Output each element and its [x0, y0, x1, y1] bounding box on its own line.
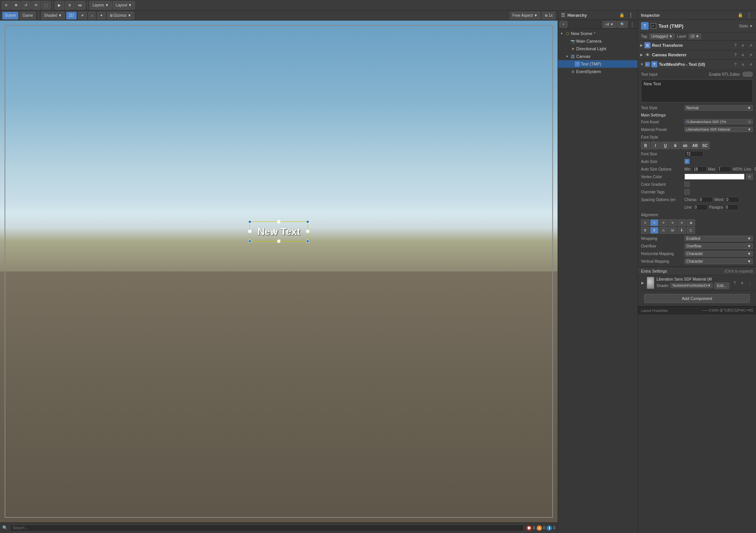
font-style-AB[interactable]: AB — [690, 142, 700, 149]
hier-maincamera-item[interactable]: 📷 Main Camera — [558, 37, 638, 45]
canvas-renderer-settings-btn[interactable]: ≡ — [740, 52, 746, 58]
align-geo-btn[interactable]: ◈ — [687, 219, 695, 226]
align-top-btn[interactable]: ⬆ — [641, 227, 649, 234]
shader-dropdown[interactable]: TextMeshPro/Mobile/Di ▼ — [670, 283, 713, 288]
tmp-help-btn[interactable]: ? — [732, 61, 738, 67]
hier-light-item[interactable]: ☀ Directional Light — [558, 45, 638, 53]
obj-enable-checkbox[interactable]: ✓ — [651, 23, 656, 29]
canvas-renderer-overflow-btn[interactable]: ↗ — [748, 52, 754, 58]
audio-btn[interactable]: ♪ — [88, 12, 96, 19]
material-help-btn[interactable]: ? — [732, 280, 738, 286]
hier-canvas-item[interactable]: ▼ 🖼 Canvas — [558, 53, 638, 60]
material-preset-dropdown[interactable]: LiberationSans SDF Material ▼ — [684, 127, 753, 132]
vertex-color-edit-btn[interactable]: ⊙ — [746, 174, 753, 180]
font-asset-dropdown[interactable]: F LiberationSans SDF (TM ⊙ — [684, 119, 753, 124]
handle-midleft[interactable] — [248, 230, 251, 233]
lights-btn[interactable]: ☀ — [78, 12, 87, 19]
auto-size-checkbox[interactable]: ✓ — [684, 159, 690, 164]
spacing-line-input[interactable] — [693, 204, 708, 210]
scale-btn[interactable]: ⊕ 1x — [542, 12, 555, 19]
tmp-settings-btn[interactable]: ≡ — [740, 61, 746, 67]
horizontal-mapping-dropdown[interactable]: Character ▼ — [684, 251, 753, 257]
canvas-renderer-help-btn[interactable]: ? — [732, 52, 738, 58]
font-style-u[interactable]: U — [661, 142, 670, 149]
align-left-btn[interactable]: ≡ — [641, 219, 649, 226]
layers-btn[interactable]: Layers ▼ — [90, 1, 112, 10]
hier-eventsystem-item[interactable]: ⚙ EventSystem — [558, 68, 638, 75]
hier-scene-item[interactable]: ▼ ⬡ New Scene * — [558, 30, 638, 37]
handle-bottomleft[interactable] — [248, 239, 251, 243]
font-style-b[interactable]: B — [641, 142, 650, 149]
canvas-renderer-header[interactable]: ▶ 👁 Canvas Renderer ? ≡ ↗ — [638, 50, 756, 59]
extra-settings-header[interactable]: Extra Settings (Click to expand) — [638, 267, 756, 275]
scene-view[interactable]: ✛ New Text — [0, 21, 558, 522]
layer-select[interactable]: UI ▼ — [689, 34, 701, 39]
align-justify-btn[interactable]: ≡ — [668, 219, 677, 226]
align-cap-btn[interactable]: C — [687, 227, 695, 234]
spacing-para-input[interactable] — [724, 204, 738, 210]
console-search-input[interactable] — [10, 525, 524, 531]
font-style-s[interactable]: S — [671, 142, 680, 149]
rect-settings-btn[interactable]: ≡ — [740, 42, 746, 48]
align-vmid-btn[interactable]: ⬆ — [650, 227, 659, 234]
handle-topcenter[interactable] — [277, 220, 280, 223]
rect-help-btn[interactable]: ? — [732, 42, 738, 48]
rect-overflow-btn[interactable]: ↗ — [748, 42, 754, 48]
align-right-btn[interactable]: ≡ — [659, 219, 668, 226]
overflow-dropdown[interactable]: Overflow ▼ — [684, 243, 753, 249]
gizmos-btn[interactable]: ⊞ Gizmos ▼ — [107, 12, 134, 19]
color-gradient-checkbox[interactable] — [684, 182, 690, 187]
align-base-btn[interactable]: A — [659, 227, 668, 234]
auto-size-max-input[interactable] — [717, 166, 731, 172]
tmp-enable-checkbox[interactable]: ✓ — [645, 62, 650, 67]
handle-topleft[interactable] — [248, 220, 251, 223]
rect-tool[interactable]: ⬚ — [41, 1, 51, 10]
step-btn[interactable]: ⏭ — [75, 1, 85, 10]
textmeshpro-header[interactable]: ▼ ✓ T TextMeshPro - Text (UI) ? ≡ ↗ — [638, 60, 756, 69]
align-mid-btn[interactable]: M — [668, 227, 677, 234]
spacing-char-input[interactable] — [698, 197, 713, 203]
aspect-btn[interactable]: Free Aspect ▼ — [510, 12, 540, 19]
rtl-toggle[interactable] — [742, 72, 753, 77]
tag-select[interactable]: Untagged ▼ — [649, 34, 674, 39]
add-component-button[interactable]: Add Component — [644, 294, 750, 303]
inspector-dots-menu[interactable]: ⋮ — [745, 13, 753, 18]
shading-btn[interactable]: Shaded ▼ — [42, 12, 65, 19]
font-style-SC[interactable]: SC — [700, 142, 710, 149]
text-input-area[interactable]: New Text — [641, 80, 753, 102]
hier-text-item[interactable]: T Text (TMP) — [558, 60, 638, 68]
vertex-color-swatch[interactable] — [684, 174, 745, 180]
handle-bottomcenter[interactable] — [277, 239, 280, 243]
hierarchy-dots-menu[interactable]: ⋮ — [627, 13, 635, 18]
scene-tab[interactable]: Scene — [2, 12, 18, 19]
text-style-dropdown[interactable]: Normal ▼ — [684, 105, 753, 111]
pause-btn[interactable]: ⏸ — [65, 1, 75, 10]
font-size-input[interactable] — [684, 151, 703, 157]
hier-add-btn[interactable]: + — [559, 21, 567, 28]
scale-tool[interactable]: ⟲ — [31, 1, 40, 10]
transform-tool[interactable]: ✛ — [2, 1, 11, 10]
align-bot-btn[interactable]: ⬇ — [678, 227, 686, 234]
hier-panel-dots[interactable]: ⋮ — [628, 22, 636, 27]
align-flush-btn[interactable]: ≡ — [678, 219, 686, 226]
play-btn[interactable]: ▶ — [55, 1, 64, 10]
font-style-i[interactable]: I — [651, 142, 660, 149]
hier-all-btn[interactable]: All ▼ — [603, 21, 617, 28]
rotate-tool[interactable]: ↺ — [21, 1, 30, 10]
fx-btn[interactable]: ✦ — [97, 12, 105, 19]
auto-size-line-input[interactable] — [753, 166, 756, 172]
2d-btn[interactable]: 2D — [66, 12, 77, 19]
hier-search-icon[interactable]: 🔍 — [617, 21, 628, 28]
text-tmp-object[interactable]: ✛ New Text — [249, 221, 308, 241]
handle-midright[interactable] — [306, 230, 309, 233]
vertical-mapping-dropdown[interactable]: Character ▼ — [684, 259, 753, 264]
rect-transform-header[interactable]: ▶ ⊞ Rect Transform ? ≡ ↗ — [638, 41, 756, 50]
game-tab[interactable]: Game — [20, 12, 35, 19]
material-settings-btn[interactable]: ≡ — [739, 280, 745, 286]
move-tool[interactable]: ✥ — [11, 1, 21, 10]
tmp-overflow-btn[interactable]: ↗ — [748, 61, 754, 67]
align-center-btn[interactable]: ≡ — [650, 219, 659, 226]
material-edit-btn[interactable]: Edit... — [714, 282, 729, 289]
layout-btn[interactable]: Layout ▼ — [113, 1, 135, 10]
auto-size-min-input[interactable] — [692, 166, 706, 172]
